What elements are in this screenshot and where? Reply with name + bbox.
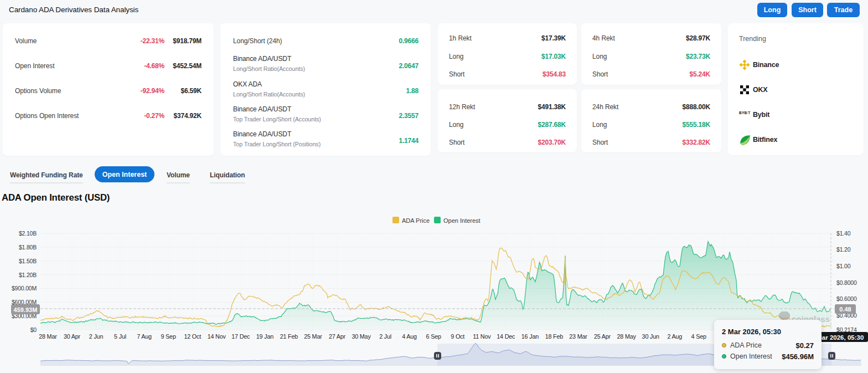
- svg-text:21 Feb: 21 Feb: [280, 333, 298, 340]
- svg-text:$1.00: $1.00: [836, 263, 851, 269]
- svg-text:0.48: 0.48: [839, 306, 851, 313]
- svg-text:ADA Price: ADA Price: [402, 217, 430, 224]
- svg-text:$900.00M: $900.00M: [12, 285, 37, 292]
- svg-text:$1.80B: $1.80B: [19, 244, 37, 251]
- svg-text:14 Nov: 14 Nov: [208, 333, 226, 340]
- svg-text:11 Nov: 11 Nov: [473, 333, 491, 340]
- svg-text:Open Interest: Open Interest: [443, 217, 480, 224]
- svg-text:7 Aug: 7 Aug: [137, 333, 152, 340]
- svg-text:2 Jun: 2 Jun: [89, 333, 104, 340]
- svg-text:9 Sep: 9 Sep: [161, 333, 175, 340]
- svg-text:5 Jul: 5 Jul: [114, 333, 126, 340]
- svg-text:$1.40: $1.40: [836, 230, 851, 237]
- svg-text:12 Oct: 12 Oct: [184, 333, 201, 340]
- svg-text:4 Aug: 4 Aug: [402, 333, 417, 340]
- svg-text:28 May: 28 May: [617, 333, 636, 340]
- svg-text:$0.6000: $0.6000: [836, 295, 857, 302]
- svg-text:9 Oct: 9 Oct: [451, 333, 464, 340]
- svg-text:17 Dec: 17 Dec: [231, 333, 250, 340]
- svg-text:2 Aug: 2 Aug: [667, 333, 682, 340]
- svg-text:14 Dec: 14 Dec: [497, 333, 515, 340]
- svg-text:25 Mar: 25 Mar: [304, 333, 322, 340]
- svg-text:25 Apr: 25 Apr: [594, 333, 611, 340]
- svg-text:30 Jun: 30 Jun: [642, 333, 659, 340]
- svg-text:$1.50B: $1.50B: [19, 258, 37, 264]
- svg-text:$0.8000: $0.8000: [836, 279, 857, 286]
- svg-text:23 Mar: 23 Mar: [569, 333, 587, 340]
- svg-text:459.93M: 459.93M: [14, 306, 38, 313]
- svg-text:27 Apr: 27 Apr: [329, 333, 346, 340]
- svg-text:$2.10B: $2.10B: [19, 230, 37, 237]
- svg-text:16 Jan: 16 Jan: [521, 333, 539, 340]
- svg-text:$1.20: $1.20: [836, 246, 851, 253]
- svg-text:6 Sep: 6 Sep: [426, 333, 441, 340]
- svg-text:2 Jul: 2 Jul: [379, 333, 391, 340]
- svg-text:18 Feb: 18 Feb: [545, 333, 564, 340]
- svg-text:28 Mar: 28 Mar: [39, 333, 57, 340]
- svg-text:4 Sep: 4 Sep: [691, 333, 706, 340]
- svg-text:19 Jan: 19 Jan: [256, 333, 273, 340]
- svg-text:$1.20B: $1.20B: [19, 272, 37, 278]
- svg-text:30 May: 30 May: [352, 333, 371, 340]
- svg-text:$0: $0: [30, 326, 37, 333]
- svg-text:30 Apr: 30 Apr: [64, 333, 81, 340]
